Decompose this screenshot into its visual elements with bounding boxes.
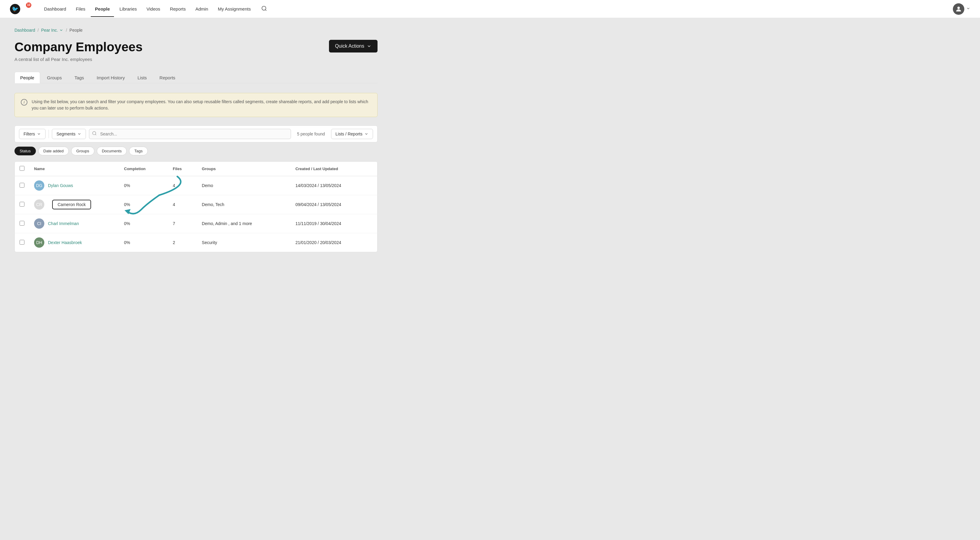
- search-input[interactable]: [89, 129, 291, 139]
- nav-libraries[interactable]: Libraries: [115, 4, 141, 14]
- row-files: 7: [168, 214, 197, 233]
- row-checkbox-cell: [15, 176, 29, 195]
- svg-point-4: [958, 6, 960, 9]
- chip-status[interactable]: Status: [14, 147, 36, 155]
- nav-my-assignments[interactable]: My Assignments: [213, 4, 255, 14]
- tab-tags[interactable]: Tags: [69, 72, 90, 83]
- navbar: 🐦 10 Dashboard Files People Libraries Vi…: [0, 0, 980, 18]
- nav-dashboard[interactable]: Dashboard: [40, 4, 70, 14]
- segments-button[interactable]: Segments: [52, 129, 86, 139]
- user-avatar[interactable]: [953, 3, 970, 15]
- search-wrapper: [89, 129, 291, 139]
- quick-actions-button[interactable]: Quick Actions: [329, 40, 377, 53]
- row-created: 11/11/2019 / 30/04/2024: [291, 214, 377, 233]
- person-avatar: CI: [34, 218, 45, 229]
- row-created: 21/01/2020 / 20/03/2024: [291, 233, 377, 252]
- nav-admin[interactable]: Admin: [191, 4, 213, 14]
- nav-people[interactable]: People: [91, 4, 114, 14]
- filter-chips: Status Date added Groups Documents Tags: [14, 147, 377, 155]
- tabs-bar: People Groups Tags Import History Lists …: [14, 72, 377, 83]
- name-cell: CI Charl Immelman: [34, 218, 114, 229]
- table-row: CR Cameron Rock Cameron Rock 0% 4 Demo, …: [15, 195, 377, 214]
- nav-files[interactable]: Files: [72, 4, 89, 14]
- people-count: 5 people found: [294, 132, 328, 136]
- lists-reports-button[interactable]: Lists / Reports: [331, 129, 373, 139]
- tab-lists[interactable]: Lists: [132, 72, 153, 83]
- row-files: 4: [168, 176, 197, 195]
- row-created: 09/04/2024 / 13/05/2024: [291, 195, 377, 214]
- row-name-cell: DG Dylan Gouws: [29, 176, 119, 195]
- row-groups: Demo, Tech: [197, 195, 290, 214]
- row-groups: Security: [197, 233, 290, 252]
- svg-line-6: [95, 134, 96, 135]
- table-row: DH Dexter Haasbroek 0% 2 Security 21/01/…: [15, 233, 377, 252]
- col-checkbox: [15, 162, 29, 176]
- col-groups: Groups: [197, 162, 290, 176]
- svg-line-3: [266, 10, 267, 11]
- tab-people[interactable]: People: [14, 72, 40, 83]
- search-button[interactable]: [259, 3, 270, 15]
- chip-documents[interactable]: Documents: [97, 147, 127, 155]
- row-checkbox-cell: [15, 214, 29, 233]
- tab-import-history[interactable]: Import History: [91, 72, 130, 83]
- person-name[interactable]: Charl Immelman: [48, 221, 79, 226]
- col-files: Files: [168, 162, 197, 176]
- info-banner: i Using the list below, you can search a…: [14, 93, 377, 117]
- person-name[interactable]: Dexter Haasbroek: [48, 240, 82, 245]
- name-cell: DH Dexter Haasbroek: [34, 237, 114, 248]
- row-name-cell: DH Dexter Haasbroek: [29, 233, 119, 252]
- row-checkbox[interactable]: [20, 202, 24, 207]
- tab-reports[interactable]: Reports: [154, 72, 181, 83]
- row-completion: 0%: [119, 195, 168, 214]
- col-name: Name: [29, 162, 119, 176]
- avatar-chevron: [966, 6, 970, 11]
- row-checkbox-cell: [15, 233, 29, 252]
- name-cell: CR Cameron Rock Cameron Rock: [34, 199, 114, 210]
- breadcrumb-sep-2: /: [66, 28, 67, 33]
- person-avatar: DH: [34, 237, 45, 248]
- svg-point-2: [262, 6, 266, 10]
- name-cell: DG Dylan Gouws: [34, 180, 114, 191]
- avatar-icon: [953, 3, 964, 15]
- svg-point-5: [92, 132, 96, 135]
- cameron-rock-highlight: Cameron Rock: [52, 200, 91, 209]
- filters-button[interactable]: Filters: [19, 129, 46, 139]
- tab-groups[interactable]: Groups: [41, 72, 68, 83]
- row-name-cell: CR Cameron Rock Cameron Rock: [29, 195, 119, 214]
- search-icon: [92, 131, 97, 137]
- breadcrumb-dashboard[interactable]: Dashboard: [14, 28, 35, 33]
- row-name-cell: CI Charl Immelman: [29, 214, 119, 233]
- table-row: CI Charl Immelman 0% 7 Demo, Admin , and…: [15, 214, 377, 233]
- person-avatar: CR: [34, 199, 45, 210]
- nav-reports[interactable]: Reports: [165, 4, 190, 14]
- row-created: 14/03/2024 / 13/05/2024: [291, 176, 377, 195]
- nav-videos[interactable]: Videos: [142, 4, 165, 14]
- row-completion: 0%: [119, 233, 168, 252]
- row-completion: 0%: [119, 214, 168, 233]
- filter-bar: Filters Segments 5 people found Lists / …: [14, 126, 377, 142]
- info-icon: i: [21, 99, 27, 105]
- page-subtitle: A central list of all Pear Inc. employee…: [14, 57, 143, 62]
- row-files: 2: [168, 233, 197, 252]
- main-content: Dashboard / Pear Inc. / People Company E…: [0, 18, 392, 262]
- row-checkbox[interactable]: [20, 183, 24, 188]
- page-title: Company Employees: [14, 40, 143, 54]
- row-files: 4: [168, 195, 197, 214]
- breadcrumb-org[interactable]: Pear Inc.: [41, 28, 63, 33]
- row-completion: 0%: [119, 176, 168, 195]
- breadcrumb-sep-1: /: [38, 28, 39, 33]
- person-name[interactable]: Dylan Gouws: [48, 183, 73, 188]
- app-logo[interactable]: 🐦: [10, 4, 21, 14]
- page-header: Company Employees A central list of all …: [14, 40, 377, 62]
- chip-date-added[interactable]: Date added: [38, 147, 69, 155]
- page-title-section: Company Employees A central list of all …: [14, 40, 143, 62]
- chip-groups[interactable]: Groups: [71, 147, 94, 155]
- chip-tags[interactable]: Tags: [129, 147, 148, 155]
- col-created: Created / Last Updated: [291, 162, 377, 176]
- row-checkbox[interactable]: [20, 221, 24, 226]
- breadcrumb-current: People: [69, 28, 83, 33]
- row-checkbox[interactable]: [20, 240, 24, 245]
- logo-wrapper: 🐦 10: [10, 4, 30, 14]
- info-text: Using the list below, you can search and…: [32, 99, 371, 112]
- select-all-checkbox[interactable]: [20, 166, 24, 171]
